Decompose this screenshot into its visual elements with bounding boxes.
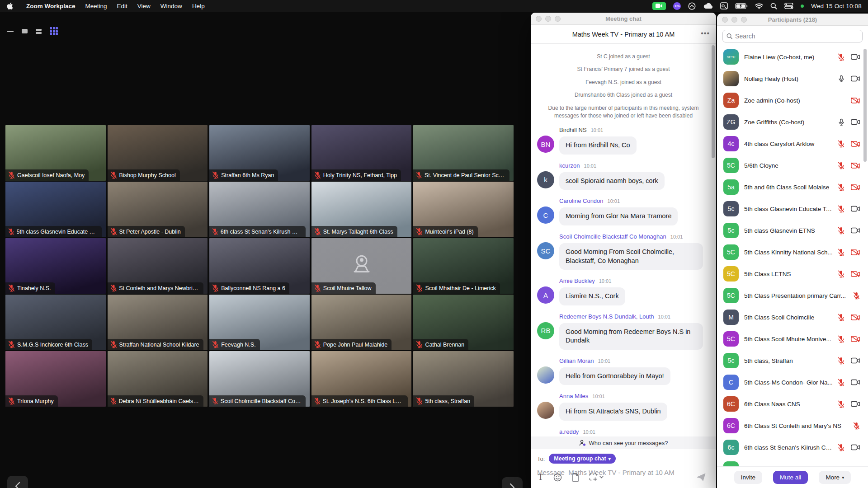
video-tile[interactable]: Straffan 6th Ms Ryan [209,125,310,181]
participant-row[interactable]: 6C6th Class St Conleth and Mary's NS [717,415,868,436]
video-tile[interactable]: 5th class Glasnevin Educate Toge... [5,182,106,237]
video-tile[interactable]: St Conleth and Marys Newbridge [108,238,208,294]
participant-row[interactable]: Nollaig Healy (Host) [717,68,868,89]
screenshot-app-icon[interactable] [720,2,728,9]
zoom-window-button[interactable] [741,17,747,23]
speaker-view-icon[interactable] [22,29,28,33]
message-sender[interactable]: Gillian Moran [559,357,594,364]
participant-row[interactable]: 5C5th Class Presentation primary Carr... [717,285,868,306]
gallery-view-icon[interactable] [50,27,58,35]
minimize-video-icon[interactable] [7,31,14,32]
participant-row[interactable]: 5C5th Class LETNS [717,263,868,285]
menu-item-zoom-workplace[interactable]: Zoom Workplace [21,3,80,9]
close-window-button[interactable] [722,17,728,23]
video-tile[interactable]: Holy Trinity NS, Fethard, Tipp [311,125,412,181]
video-tile[interactable]: St. Vincent de Paul Senior School... [413,125,514,181]
emoji-icon[interactable] [553,473,562,482]
participant-row[interactable]: ZGZoe Griffiths (Co-host) [717,111,868,133]
participant-row[interactable]: M5th Class Scoil Cholmcille [717,306,868,328]
participants-search[interactable] [722,30,863,42]
video-tile[interactable]: Straffan National School Kildare [108,295,208,350]
video-tile[interactable]: Tinahely N.S. [5,238,106,294]
video-tile[interactable]: Bishop Murphy School [108,125,208,181]
send-message-button[interactable] [693,470,709,484]
video-tile[interactable]: St Peter Apostle - Dublin [108,182,208,237]
previous-page-button[interactable] [7,476,28,488]
participant-row[interactable]: ZaZoe admin (Co-host) [717,89,868,111]
chat-titlebar[interactable]: Meeting chat [531,13,716,25]
video-tile[interactable]: St. Marys Tallaght 6th Class [311,182,412,237]
facetime-active-icon[interactable] [652,2,666,10]
video-tile[interactable]: S.M.G.S Inchicore 6th Class [5,295,106,350]
menu-item-edit[interactable]: Edit [112,3,132,9]
more-button[interactable]: More▾ [819,471,851,484]
menu-item-view[interactable]: View [132,3,156,9]
menu-item-meeting[interactable]: Meeting [80,3,112,9]
participant-row[interactable]: 5c5th class Glasnevin Educate To... [717,198,868,220]
video-tile[interactable]: 6th class St Senan's Kilrush Co C... [209,182,310,237]
send-to-selector[interactable]: Meeting group chat▾ [549,454,615,464]
participant-list[interactable]: SETUElaine Liew (Co-host, me)Nollaig Hea… [717,46,868,481]
message-sender[interactable]: Redeemer Boys N.S Dundalk, Louth [559,313,654,320]
participants-scrollbar[interactable] [863,49,867,162]
menu-item-window[interactable]: Window [156,3,187,9]
video-tile[interactable]: Ballyconnell NS Rang a 6 [209,238,310,294]
video-tile[interactable]: Scoil Mhuire Tallow [311,238,412,294]
close-window-button[interactable] [536,16,542,22]
message-sender[interactable]: Amie Buckley [559,277,595,284]
video-tile[interactable]: Cathal Brennan [413,295,514,350]
participant-row[interactable]: 6C6th Class Naas CNS [717,393,868,415]
participant-row[interactable]: C5th Class-Ms Condon- Glor Na... [717,371,868,393]
chat-message-list[interactable]: St C joined as a guestSt Francis' Primar… [531,44,716,436]
video-tile[interactable]: St. Joseph's N.S. 6th Class Leitri... [311,351,412,407]
onedrive-icon[interactable] [703,3,713,9]
mute-all-button[interactable]: Mute all [773,471,808,484]
video-tile[interactable]: 5th class, Straffan [413,351,514,407]
video-tile[interactable]: Feevagh N.S. [209,295,310,350]
participant-row[interactable]: 6c6th class St Senan's Kilrush Co... [717,436,868,458]
invite-button[interactable]: Invite [734,471,762,484]
message-sender[interactable]: a.reddy [559,428,579,435]
video-tile[interactable]: Scoil Cholmcille Blackstaff Co Mo... [209,351,310,407]
stack-view-icon[interactable] [36,29,42,34]
message-sender[interactable]: Anna Miles [559,393,588,399]
screenshot-icon[interactable] [589,473,604,481]
control-center-icon[interactable] [784,3,793,9]
message-sender[interactable]: kcurzon [559,162,580,169]
zoom-window-button[interactable] [555,16,561,22]
participant-row[interactable]: 5c5th class Glasnevin ETNS [717,220,868,241]
minimize-window-button[interactable] [731,17,737,23]
video-tile[interactable]: Pope John Paul Malahide [311,295,412,350]
message-sender[interactable]: Caroline Condon [559,197,604,204]
participant-row[interactable]: 5a5th and 6th Class Scoil Molaise [717,176,868,198]
chat-more-menu-icon[interactable]: ••• [701,29,710,38]
participant-row[interactable]: 5c5th class, Straffan [717,350,868,371]
video-tile[interactable]: Scoil Mhathair De - Limerick [413,238,514,294]
format-text-icon[interactable]: T [538,472,543,482]
message-bubble: Hi from St Attracta's SNS, Dublin [559,403,667,421]
minimize-window-button[interactable] [545,16,551,22]
zoom-menubar-icon[interactable]: zm [673,2,681,10]
chat-scrollbar[interactable] [712,45,715,158]
message-sender[interactable]: Birdhill NS [559,127,587,133]
participant-row[interactable]: 5C5/6th Cloyne [717,155,868,176]
video-tile[interactable]: Gaelscoil Iosef Naofa, Moy [5,125,106,181]
participant-row[interactable]: 5C5th Class Kinnitty National Sch... [717,241,868,263]
apple-logo-icon[interactable] [6,2,13,10]
message-sender[interactable]: Scoil Cholmcille Blackstaff Co Monaghan [559,233,666,240]
attach-file-icon[interactable] [572,473,579,482]
participant-row[interactable]: 5C5th Class Scoil Mhuire Monive... [717,328,868,350]
creative-cloud-icon[interactable] [688,2,696,10]
who-can-see-banner[interactable]: Who can see your messages? [531,436,716,449]
wifi-icon[interactable] [755,3,763,9]
participants-titlebar[interactable]: Participants (218) [717,14,868,26]
video-tile[interactable]: Muinteoir's iPad (8) [413,182,514,237]
participant-row[interactable]: 4c4th class Carysfort Arklow [717,133,868,155]
video-tile[interactable]: Tríona Murphy [5,351,106,407]
video-tile[interactable]: Debra Ní Shúilleabháin Gaelscoil... [108,351,208,407]
participants-search-input[interactable] [735,33,859,40]
spotlight-search-icon[interactable] [770,3,777,9]
menu-item-help[interactable]: Help [187,3,210,9]
next-page-button[interactable] [502,477,523,488]
participant-row[interactable]: SETUElaine Liew (Co-host, me) [717,46,868,68]
